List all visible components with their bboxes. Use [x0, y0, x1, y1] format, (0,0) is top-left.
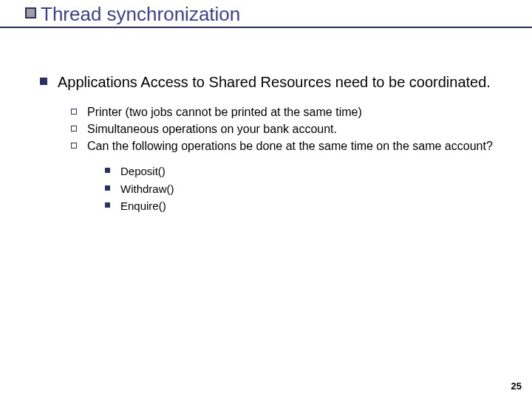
bullet-level3: Deposit() [105, 164, 498, 179]
title-underline [0, 27, 532, 28]
bullet-level3-group: Deposit() Withdraw() Enquire() [105, 164, 498, 214]
small-square-bullet-icon [105, 168, 110, 173]
small-square-bullet-icon [105, 202, 110, 208]
open-square-bullet-icon [71, 109, 77, 115]
slide-title: Thread synchronization [41, 3, 240, 26]
bullet-level2-text: Printer (two jobs cannot be printed at t… [87, 105, 362, 120]
page-number: 25 [511, 381, 522, 392]
bullet-level2: Printer (two jobs cannot be printed at t… [71, 105, 498, 120]
bullet-level3-text: Deposit() [120, 164, 166, 179]
small-square-bullet-icon [105, 185, 110, 191]
slide-title-row: Thread synchronization [25, 3, 240, 26]
slide-body: Applications Access to Shared Resources … [40, 72, 498, 216]
title-bullet-icon [25, 7, 36, 18]
bullet-level2: Can the following operations be done at … [71, 139, 498, 154]
bullet-level2-text: Can the following operations be done at … [87, 139, 493, 154]
bullet-level3-text: Enquire() [120, 199, 166, 214]
bullet-level1: Applications Access to Shared Resources … [40, 72, 498, 92]
slide: Thread synchronization Applications Acce… [0, 0, 532, 399]
open-square-bullet-icon [71, 126, 77, 132]
open-square-bullet-icon [71, 143, 77, 149]
bullet-level3: Enquire() [105, 199, 498, 214]
square-bullet-icon [40, 78, 47, 85]
bullet-level3: Withdraw() [105, 182, 498, 197]
bullet-level3-text: Withdraw() [120, 182, 174, 197]
bullet-level2-group: Printer (two jobs cannot be printed at t… [71, 105, 498, 214]
bullet-level1-text: Applications Access to Shared Resources … [58, 72, 491, 92]
bullet-level2-text: Simultaneous operations on your bank acc… [87, 122, 337, 137]
bullet-level2: Simultaneous operations on your bank acc… [71, 122, 498, 137]
